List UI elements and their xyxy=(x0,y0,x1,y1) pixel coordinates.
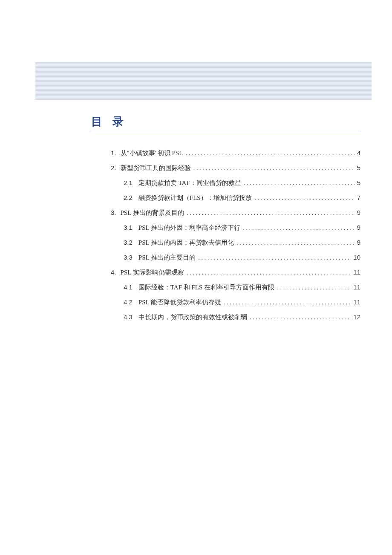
toc-entry-text: 新型货币工具的国际经验 xyxy=(121,164,191,172)
toc-entry-number: 1. xyxy=(111,149,116,156)
toc-title-row: 目录 xyxy=(91,114,360,132)
toc-dot-leader xyxy=(187,209,355,216)
toc-entry-text: 定期贷款拍卖 TAF：同业借贷的救星 xyxy=(138,179,241,187)
toc-entry-text: PSL 推出的外因：利率高企经济下行 xyxy=(138,224,240,232)
table-of-contents: 1.从"小镇故事"初识 PSL42.新型货币工具的国际经验52.1定期贷款拍卖 … xyxy=(111,149,360,328)
toc-dot-leader xyxy=(187,269,351,276)
toc-dot-leader xyxy=(244,179,355,186)
toc-entry-number: 2.1 xyxy=(124,179,133,186)
toc-entry: 3.2PSL 推出的内因：再贷款去信用化9 xyxy=(111,239,360,247)
toc-entry-text: PSL 推出的主要目的 xyxy=(138,254,196,262)
toc-title: 目录 xyxy=(91,114,134,129)
toc-entry-page: 10 xyxy=(353,254,360,261)
toc-entry-page: 4 xyxy=(357,149,360,156)
toc-dot-leader xyxy=(193,164,355,171)
toc-dot-leader xyxy=(198,254,351,261)
toc-entry-number: 4.3 xyxy=(124,313,133,321)
toc-dot-leader xyxy=(185,149,354,156)
toc-entry-page: 7 xyxy=(357,194,360,201)
toc-entry: 4.2PSL 能否降低贷款利率仍存疑11 xyxy=(111,298,360,306)
toc-entry-page: 11 xyxy=(353,269,360,276)
toc-entry-number: 3.3 xyxy=(124,254,133,261)
toc-entry-text: 国际经验：TAF 和 FLS 在利率引导方面作用有限 xyxy=(138,283,274,292)
toc-entry-page: 9 xyxy=(357,209,360,216)
toc-entry-text: PSL 实际影响仍需观察 xyxy=(121,269,184,277)
toc-entry-number: 2. xyxy=(111,164,116,171)
toc-entry-page: 11 xyxy=(353,283,360,291)
toc-entry-page: 11 xyxy=(353,298,360,306)
toc-entry: 2.新型货币工具的国际经验5 xyxy=(111,164,360,172)
toc-entry-page: 12 xyxy=(353,313,360,321)
toc-entry-page: 9 xyxy=(357,224,360,231)
toc-entry: 3.3PSL 推出的主要目的10 xyxy=(111,254,360,262)
toc-entry-text: 中长期内，货币政策的有效性或被削弱 xyxy=(138,313,247,321)
toc-entry: 4.PSL 实际影响仍需观察11 xyxy=(111,269,360,277)
toc-entry-text: 从"小镇故事"初识 PSL xyxy=(121,149,183,157)
toc-entry-number: 2.2 xyxy=(124,194,133,201)
toc-entry-text: 融资换贷款计划（FLS）：增加信贷投放 xyxy=(138,194,252,202)
toc-entry-page: 5 xyxy=(357,179,360,186)
header-decorative-band xyxy=(35,62,372,100)
toc-entry: 3.1PSL 推出的外因：利率高企经济下行9 xyxy=(111,224,360,232)
toc-dot-leader xyxy=(224,298,351,306)
toc-dot-leader xyxy=(277,283,351,291)
toc-entry-text: PSL 推出的内因：再贷款去信用化 xyxy=(138,239,234,247)
toc-entry: 4.3中长期内，货币政策的有效性或被削弱12 xyxy=(111,313,360,321)
toc-entry-number: 3.2 xyxy=(124,239,133,246)
toc-entry: 2.1定期贷款拍卖 TAF：同业借贷的救星5 xyxy=(111,179,360,187)
toc-entry-page: 9 xyxy=(357,239,360,246)
toc-entry-number: 4.2 xyxy=(124,298,133,306)
toc-dot-leader xyxy=(250,313,351,321)
toc-entry-number: 4. xyxy=(111,269,116,276)
toc-dot-leader xyxy=(254,194,355,201)
toc-dot-leader xyxy=(236,239,355,246)
toc-dot-leader xyxy=(243,224,355,231)
toc-entry-page: 5 xyxy=(357,164,360,171)
toc-entry: 3.PSL 推出的背景及目的9 xyxy=(111,209,360,217)
toc-entry-number: 4.1 xyxy=(124,283,133,291)
toc-entry-text: PSL 能否降低贷款利率仍存疑 xyxy=(138,298,221,306)
toc-entry: 1.从"小镇故事"初识 PSL4 xyxy=(111,149,360,157)
toc-entry-number: 3. xyxy=(111,209,116,216)
toc-entry: 4.1国际经验：TAF 和 FLS 在利率引导方面作用有限11 xyxy=(111,283,360,292)
toc-entry: 2.2融资换贷款计划（FLS）：增加信贷投放7 xyxy=(111,194,360,202)
toc-entry-number: 3.1 xyxy=(124,224,133,231)
toc-entry-text: PSL 推出的背景及目的 xyxy=(121,209,184,217)
